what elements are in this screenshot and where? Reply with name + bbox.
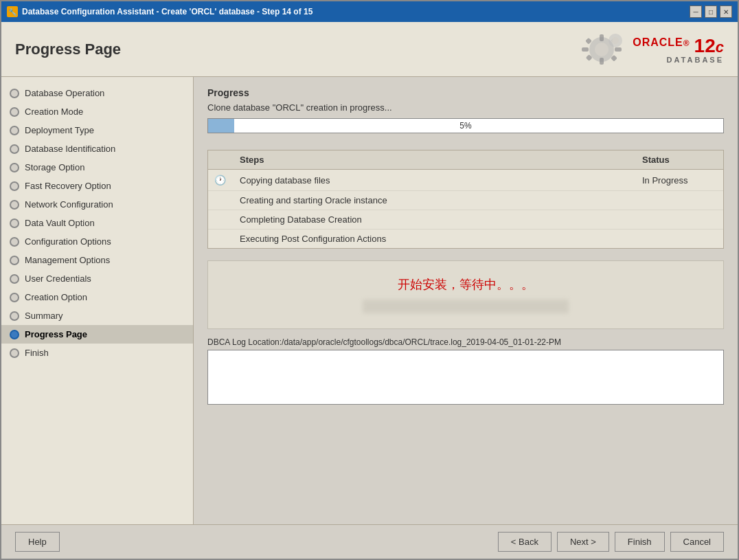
progress-message: Clone database "ORCL" creation in progre…	[207, 102, 724, 113]
step-label-2: Completing Database Creation	[231, 210, 634, 229]
step-label-1: Creating and starting Oracle instance	[231, 191, 634, 210]
sidebar-dot-4	[10, 163, 19, 172]
svg-point-11	[612, 37, 619, 44]
sidebar-dot-9	[10, 256, 19, 265]
step-status-0: In Progress	[634, 170, 723, 191]
svg-rect-2	[600, 34, 604, 41]
sidebar-item-11[interactable]: Creation Option	[1, 288, 193, 306]
sidebar-label-5: Fast Recovery Option	[25, 181, 111, 191]
close-button[interactable]: ✕	[720, 5, 732, 18]
back-button[interactable]: < Back	[498, 532, 552, 552]
step-status-2	[634, 210, 723, 229]
sidebar-dot-8	[10, 237, 19, 247]
sidebar-dot-0	[10, 89, 19, 98]
clock-icon-0: 🕐	[214, 174, 226, 186]
oracle-logo: ORACLE® 12c DATABASE	[578, 30, 724, 68]
svg-rect-4	[582, 47, 589, 52]
step-row-3: Executing Post Configuration Actions	[208, 229, 723, 249]
sidebar-dot-6	[10, 200, 19, 210]
svg-point-1	[595, 43, 609, 56]
body: Database OperationCreation ModeDeploymen…	[1, 77, 738, 524]
sidebar-item-12[interactable]: Summary	[1, 306, 193, 325]
title-bar: 🔧 Database Configuration Assistant - Cre…	[1, 1, 738, 22]
minimize-button[interactable]: ─	[690, 5, 702, 18]
step-icon-cell-1	[208, 191, 231, 210]
sidebar-item-1[interactable]: Creation Mode	[1, 102, 193, 121]
blurred-content	[363, 300, 569, 313]
sidebar-label-7: Data Vault Option	[25, 218, 95, 228]
step-row-1: Creating and starting Oracle instance	[208, 191, 723, 210]
sidebar-label-13: Progress Page	[25, 329, 87, 339]
progress-bar-container: 5%	[207, 118, 724, 133]
sidebar: Database OperationCreation ModeDeploymen…	[1, 77, 194, 524]
sidebar-item-7[interactable]: Data Vault Option	[1, 214, 193, 232]
step-status-3	[634, 229, 723, 249]
title-bar-buttons: ─ □ ✕	[690, 5, 732, 18]
progress-bar-label: 5%	[208, 119, 723, 133]
sidebar-dot-14	[10, 348, 19, 358]
sidebar-label-6: Network Configuration	[25, 199, 113, 210]
step-label-3: Executing Post Configuration Actions	[231, 229, 634, 249]
sidebar-dot-1	[10, 107, 19, 117]
maximize-button[interactable]: □	[705, 5, 717, 18]
steps-col-header: Steps	[231, 150, 634, 170]
title-bar-left: 🔧 Database Configuration Assistant - Cre…	[7, 6, 312, 17]
step-status-1	[634, 191, 723, 210]
window-title: Database Configuration Assistant - Creat…	[22, 7, 312, 16]
steps-table: Steps Status 🕐Copying database filesIn P…	[207, 150, 724, 249]
sidebar-item-2[interactable]: Deployment Type	[1, 121, 193, 139]
status-col-header: Status	[634, 150, 723, 170]
step-icon-cell-2	[208, 210, 231, 229]
oracle-brand-text: ORACLE®	[633, 36, 690, 56]
help-button[interactable]: Help	[15, 532, 60, 552]
sidebar-label-10: User Credentials	[25, 273, 91, 284]
oracle-branding: ORACLE® 12c DATABASE	[633, 35, 724, 64]
app-icon: 🔧	[7, 6, 18, 17]
main-window: 🔧 Database Configuration Assistant - Cre…	[0, 0, 739, 560]
svg-rect-3	[600, 58, 604, 65]
sidebar-label-11: Creation Option	[25, 292, 87, 302]
sidebar-label-4: Storage Option	[25, 162, 84, 172]
steps-icon-col-header	[208, 150, 231, 170]
sidebar-item-9[interactable]: Management Options	[1, 251, 193, 269]
next-button[interactable]: Next >	[557, 532, 609, 552]
sidebar-label-0: Database Operation	[25, 88, 104, 98]
sidebar-item-8[interactable]: Configuration Options	[1, 232, 193, 251]
sidebar-label-8: Configuration Options	[25, 236, 111, 247]
sidebar-label-1: Creation Mode	[25, 107, 83, 117]
sidebar-dot-2	[10, 126, 19, 135]
sidebar-item-0[interactable]: Database Operation	[1, 84, 193, 102]
cancel-button[interactable]: Cancel	[670, 532, 724, 552]
sidebar-item-13[interactable]: Progress Page	[1, 325, 193, 344]
page-title: Progress Page	[15, 41, 121, 58]
svg-rect-5	[615, 47, 622, 52]
sidebar-item-14[interactable]: Finish	[1, 344, 193, 362]
log-location-text: DBCA Log Location:/data/app/oracle/cfgto…	[207, 337, 724, 347]
oracle-version-text: 12c	[694, 35, 724, 57]
progress-title: Progress	[207, 87, 724, 98]
gear-icon	[578, 30, 626, 68]
log-box	[207, 350, 724, 405]
footer: Help < Back Next > Finish Cancel	[1, 524, 738, 559]
step-icon-cell-3	[208, 229, 231, 249]
sidebar-item-3[interactable]: Database Identification	[1, 139, 193, 158]
main-content: Progress Page	[1, 22, 738, 559]
step-row-0: 🕐Copying database filesIn Progress	[208, 170, 723, 191]
sidebar-item-5[interactable]: Fast Recovery Option	[1, 177, 193, 195]
finish-button[interactable]: Finish	[615, 532, 665, 552]
content-area: Progress Clone database "ORCL" creation …	[194, 77, 738, 524]
sidebar-label-14: Finish	[25, 348, 49, 358]
sidebar-label-12: Summary	[25, 311, 63, 321]
sidebar-dot-13	[10, 330, 19, 339]
sidebar-dot-5	[10, 181, 19, 191]
sidebar-dot-7	[10, 219, 19, 228]
sidebar-dot-3	[10, 144, 19, 154]
sidebar-item-10[interactable]: User Credentials	[1, 269, 193, 288]
sidebar-dot-10	[10, 274, 19, 284]
header: Progress Page	[1, 22, 738, 77]
sidebar-item-6[interactable]: Network Configuration	[1, 195, 193, 214]
step-icon-cell-0: 🕐	[208, 170, 231, 191]
sidebar-item-4[interactable]: Storage Option	[1, 158, 193, 177]
log-section: DBCA Log Location:/data/app/oracle/cfgto…	[207, 337, 724, 405]
sidebar-dot-11	[10, 293, 19, 302]
